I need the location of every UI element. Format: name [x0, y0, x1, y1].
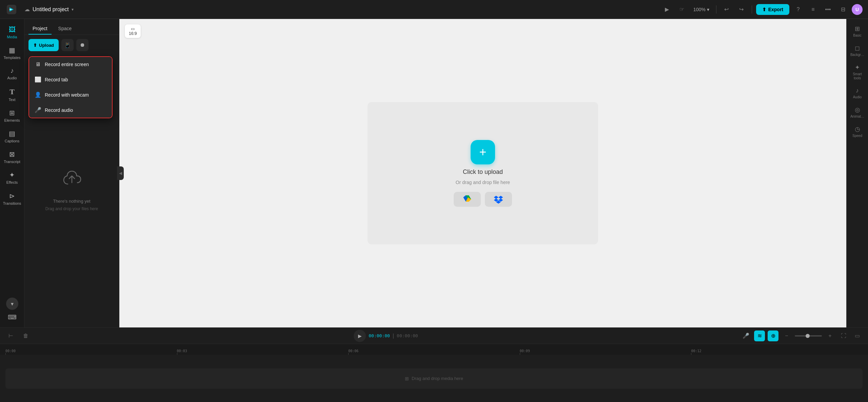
- sidebar-item-templates[interactable]: ▦ Templates: [1, 43, 23, 63]
- record-screen-item[interactable]: 🖥 Record entire screen: [29, 57, 112, 72]
- mobile-upload-button[interactable]: 📱: [61, 39, 74, 51]
- canvas-upload-area[interactable]: + Click to upload Or drag and drop file …: [368, 102, 598, 244]
- right-sidebar-speed[interactable]: ◷ Speed: [848, 123, 867, 140]
- delete-clip-button[interactable]: 🗑: [20, 330, 31, 341]
- timeline-right-controls: 🎤 ≋ ⊕ − + ⛶ ▭: [741, 330, 863, 341]
- record-tab-icon: ⬜: [35, 76, 41, 83]
- zoom-chevron-icon: ▾: [707, 7, 709, 12]
- sidebar-item-templates-label: Templates: [3, 56, 20, 60]
- ruler-mark-0: 00:00: [5, 349, 177, 355]
- aspect-ratio-selector[interactable]: ▭ 16:9: [125, 24, 141, 38]
- zoom-control[interactable]: 100% ▾: [691, 5, 712, 14]
- text-icon: T: [9, 87, 15, 96]
- sidebar-item-transitions-label: Transitions: [3, 201, 21, 206]
- keyboard-shortcuts-button[interactable]: ⌨: [1, 311, 23, 323]
- canvas-upload-title: Click to upload: [463, 168, 503, 176]
- divider: [716, 5, 716, 14]
- record-button[interactable]: ⏺: [76, 39, 88, 51]
- aspect-label: 16:9: [129, 31, 137, 36]
- record-tab-label: Record tab: [45, 77, 68, 82]
- main-area: 🖼 Media ▦ Templates ♪ Audio T Text ⊞ Ele…: [0, 19, 868, 327]
- timeline-drop-zone[interactable]: ⊞ Drag and drop media here: [5, 368, 863, 389]
- tab-space[interactable]: Space: [54, 23, 76, 35]
- canvas-main: + Click to upload Or drag and drop file …: [119, 19, 846, 327]
- record-icon: ⏺: [80, 42, 85, 48]
- ruler-label-2: 00:06: [348, 349, 358, 353]
- help-button[interactable]: ?: [792, 3, 804, 16]
- sidebar-item-text[interactable]: T Text: [1, 85, 23, 105]
- sidebar-item-audio-label: Audio: [7, 76, 17, 80]
- speed-icon: ◷: [855, 125, 860, 133]
- drag-drop-icon: ⊞: [405, 376, 409, 381]
- sidebar-item-effects[interactable]: ✦ Effects: [1, 168, 23, 187]
- project-chevron-icon[interactable]: ▾: [72, 7, 74, 12]
- sidebar-item-transitions[interactable]: ⊳ Transitions: [1, 189, 23, 208]
- zoom-slider[interactable]: [795, 335, 822, 337]
- ruler-mark-2: 00:06: [348, 349, 520, 355]
- sidebar-item-media-label: Media: [7, 35, 17, 39]
- time-separator: |: [393, 333, 394, 339]
- current-time: 00:00:00: [369, 333, 390, 338]
- trim-button[interactable]: ⊢: [5, 330, 16, 341]
- play-pause-button[interactable]: ▶: [354, 330, 366, 342]
- audio-icon: ♪: [11, 67, 14, 75]
- undo-button[interactable]: ↩: [721, 3, 733, 16]
- record-audio-item[interactable]: 🎤 Record audio: [29, 102, 112, 118]
- sidebar-item-elements-label: Elements: [4, 118, 20, 123]
- mic-button[interactable]: 🎤: [741, 330, 751, 341]
- fullscreen-timeline-button[interactable]: ⛶: [838, 330, 849, 341]
- voice-record-button[interactable]: ≋: [754, 330, 765, 341]
- ruler-label-0: 00:00: [5, 349, 16, 353]
- right-sidebar-background[interactable]: ◻ Backgr…: [848, 42, 867, 59]
- timeline-time: ▶ 00:00:00 | 00:00:00: [354, 330, 418, 342]
- collapse-panel-button[interactable]: ◀: [117, 166, 124, 180]
- sidebar-item-audio[interactable]: ♪ Audio: [1, 64, 23, 83]
- drop-zone-label: Drag and drop media here: [412, 376, 463, 381]
- export-button[interactable]: ⬆ Export: [756, 4, 789, 15]
- sidebar-item-transcript[interactable]: ⊠ Transcript: [1, 147, 23, 167]
- dropbox-button[interactable]: [485, 192, 512, 207]
- empty-title: There's nothing yet: [53, 199, 90, 204]
- sidebar-item-captions[interactable]: ▤ Captions: [1, 127, 23, 146]
- ruler-marks: 00:00 00:03 00:06 00:09 00:12: [5, 349, 863, 355]
- aspect-ratio-button[interactable]: ▭ 16:9: [125, 24, 141, 38]
- elements-icon: ⊞: [9, 109, 15, 117]
- storyboard-button[interactable]: ▭: [852, 330, 863, 341]
- brand-kit-button[interactable]: ≡: [807, 3, 819, 16]
- upload-label: Upload: [39, 43, 54, 48]
- timeline-controls: ⊢ 🗑 ▶ 00:00:00 | 00:00:00 🎤 ≋ ⊕ − + ⛶ ▭: [0, 328, 868, 344]
- redo-button[interactable]: ↪: [735, 3, 748, 16]
- right-sidebar-smart-tools[interactable]: ✦ Smart tools: [848, 62, 867, 82]
- more-options-button[interactable]: •••: [822, 3, 834, 16]
- avatar[interactable]: U: [852, 4, 863, 15]
- zoom-in-button[interactable]: +: [825, 330, 835, 341]
- collapse-sidebar-button[interactable]: ▾: [6, 298, 18, 310]
- smart-tools-icon: ✦: [855, 64, 860, 71]
- play-button[interactable]: ▶: [661, 3, 673, 16]
- captions-icon: ▤: [9, 129, 15, 138]
- tab-project[interactable]: Project: [28, 23, 52, 35]
- ruler-label-4: 00:12: [691, 349, 701, 353]
- google-drive-button[interactable]: [454, 192, 481, 207]
- record-tab-item[interactable]: ⬜ Record tab: [29, 72, 112, 87]
- split-view-button[interactable]: ⊟: [837, 3, 849, 16]
- total-time: 00:00:00: [397, 333, 418, 338]
- record-webcam-item[interactable]: 👤 Record with webcam: [29, 87, 112, 102]
- right-sidebar-animate[interactable]: ◎ Animat…: [848, 104, 867, 121]
- select-tool-button[interactable]: ☞: [676, 3, 688, 16]
- topbar-controls: ▶ ☞ 100% ▾ ↩ ↪ ⬆ Export ? ≡ ••• ⊟ U: [661, 3, 863, 16]
- zoom-out-button[interactable]: −: [781, 330, 792, 341]
- split-clip-button[interactable]: ⊕: [768, 330, 778, 341]
- upload-services: [454, 192, 512, 207]
- sidebar-item-media[interactable]: 🖼 Media: [1, 23, 23, 42]
- logo[interactable]: [5, 3, 18, 16]
- divider2: [752, 5, 752, 14]
- ruler-mark-4: 00:12: [691, 349, 863, 355]
- upload-button[interactable]: ⬆ Upload: [28, 39, 59, 51]
- right-sidebar-audio[interactable]: ♪ Audio: [848, 85, 867, 101]
- smart-tools-label: Smart tools: [850, 72, 865, 80]
- right-sidebar-basic[interactable]: ⊞ Basic: [848, 23, 867, 40]
- mobile-icon: 📱: [64, 42, 71, 48]
- canvas-plus-button[interactable]: +: [471, 140, 495, 164]
- sidebar-item-elements[interactable]: ⊞ Elements: [1, 106, 23, 125]
